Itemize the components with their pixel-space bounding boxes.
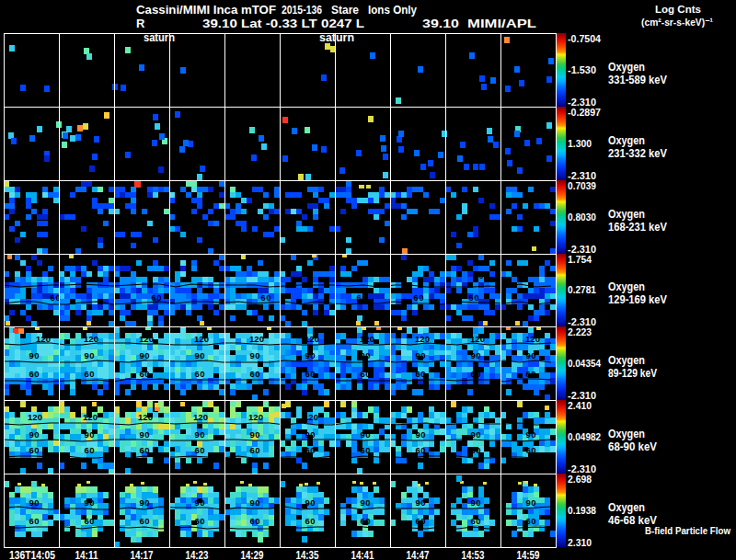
svg-text:60: 60 [361,445,371,455]
svg-text:60: 60 [85,369,95,379]
svg-text:Stare: Stare [331,4,359,17]
svg-text:90: 90 [526,350,536,360]
svg-text:89-129 keV: 89-129 keV [608,366,657,380]
svg-text:Oxygen: Oxygen [608,133,645,147]
svg-text:120: 120 [84,334,98,344]
svg-text:90: 90 [416,429,426,440]
svg-text:60: 60 [250,516,260,526]
svg-text:saturn: saturn [319,31,354,44]
svg-text:14:17: 14:17 [131,549,154,560]
svg-text:60: 60 [469,293,479,303]
svg-text:R: R [136,17,145,30]
svg-text:60: 60 [195,369,205,379]
svg-text:120: 120 [305,334,319,344]
svg-text:B-field Particle Flow: B-field Particle Flow [645,525,730,536]
svg-text:60: 60 [250,445,260,455]
svg-text:231-332 keV: 231-332 keV [608,146,667,160]
svg-text:90: 90 [416,497,426,508]
svg-text:1.300: 1.300 [568,138,592,149]
svg-text:-0.7504: -0.7504 [568,33,601,44]
svg-text:120: 120 [249,334,264,344]
svg-text:MIMI/APL: MIMI/APL [467,17,536,30]
svg-text:120: 120 [470,334,485,344]
svg-text:-0.2897: -0.2897 [568,107,601,118]
svg-text:2015-136: 2015-136 [282,4,322,17]
svg-text:46-68 keV: 46-68 keV [608,513,657,527]
svg-text:60: 60 [305,516,316,526]
svg-text:90: 90 [361,497,371,508]
svg-text:14:47: 14:47 [407,549,430,560]
svg-text:90: 90 [85,497,95,508]
svg-text:120: 120 [194,334,209,344]
svg-text:0.2781: 0.2781 [568,284,596,295]
svg-text:60: 60 [152,293,162,303]
svg-text:-1.530: -1.530 [568,64,596,75]
svg-text:2.223: 2.223 [568,326,592,337]
svg-text:60: 60 [140,369,150,379]
svg-text:60: 60 [29,369,40,379]
svg-text:0.7039: 0.7039 [568,180,596,191]
svg-text:Oxygen: Oxygen [608,427,645,440]
svg-text:120: 120 [83,412,98,422]
svg-text:129-169 keV: 129-169 keV [608,292,667,306]
svg-text:14:53: 14:53 [462,549,485,560]
svg-text:60: 60 [261,293,271,303]
svg-text:14:11: 14:11 [75,549,98,560]
svg-text:60: 60 [85,516,95,526]
svg-text:Oxygen: Oxygen [608,207,645,221]
svg-text:60: 60 [361,516,371,526]
svg-text:331-589 keV: 331-589 keV [608,73,667,86]
svg-text:saturn: saturn [144,31,175,44]
svg-text:Oxygen: Oxygen [608,280,645,293]
svg-text:168-231 keV: 168-231 keV [608,220,667,234]
svg-text:60: 60 [416,369,426,379]
svg-text:60: 60 [526,369,536,379]
svg-text:60: 60 [416,445,426,455]
svg-text:Log Cnts: Log Cnts [655,4,701,15]
svg-text:2.698: 2.698 [568,474,592,485]
svg-text:68-90 keV: 68-90 keV [608,440,657,453]
svg-text:60: 60 [471,369,481,379]
svg-text:(cm²-sr-s-keV)⁻¹: (cm²-sr-s-keV)⁻¹ [641,17,713,28]
svg-text:136T14:05: 136T14:05 [9,549,55,560]
svg-text:90: 90 [29,429,40,440]
svg-text:120: 120 [360,334,374,344]
svg-text:120: 120 [415,334,430,344]
svg-text:0.1938: 0.1938 [568,505,596,516]
svg-text:60: 60 [195,445,205,455]
svg-text:60: 60 [471,445,481,455]
svg-text:14:29: 14:29 [241,549,264,560]
svg-text:60: 60 [361,369,371,379]
svg-text:90: 90 [471,429,481,440]
svg-text:90: 90 [140,350,150,360]
svg-text:60: 60 [195,516,205,526]
svg-text:90: 90 [361,350,371,360]
svg-text:90: 90 [305,429,316,440]
svg-text:90: 90 [474,271,484,280]
svg-text:1.754: 1.754 [568,254,592,265]
svg-text:60: 60 [357,293,367,303]
svg-text:90: 90 [85,350,95,360]
svg-text:90: 90 [527,266,537,275]
svg-text:90: 90 [140,497,150,508]
svg-text:Cassini/MIMI Inca mTOF: Cassini/MIMI Inca mTOF [136,3,276,17]
svg-text:60: 60 [29,445,40,455]
svg-text:90: 90 [250,429,260,440]
svg-text:60: 60 [140,445,150,455]
svg-text:39.10 Lat -0.33 LT 0247 L: 39.10 Lat -0.33 LT 0247 L [202,17,364,30]
svg-text:90: 90 [471,497,481,508]
svg-text:39.10: 39.10 [422,17,459,30]
svg-text:90: 90 [29,497,40,508]
svg-text:60: 60 [526,445,536,455]
svg-text:60: 60 [140,516,150,526]
svg-text:90: 90 [526,497,536,508]
svg-text:2.310: 2.310 [568,537,592,548]
svg-text:60: 60 [250,369,260,379]
svg-text:60: 60 [414,293,424,303]
svg-text:90: 90 [250,350,260,360]
svg-text:90: 90 [195,350,205,360]
svg-text:60: 60 [305,445,316,455]
svg-text:90: 90 [305,350,316,360]
svg-text:0.8030: 0.8030 [568,211,596,223]
svg-text:60: 60 [85,445,95,455]
